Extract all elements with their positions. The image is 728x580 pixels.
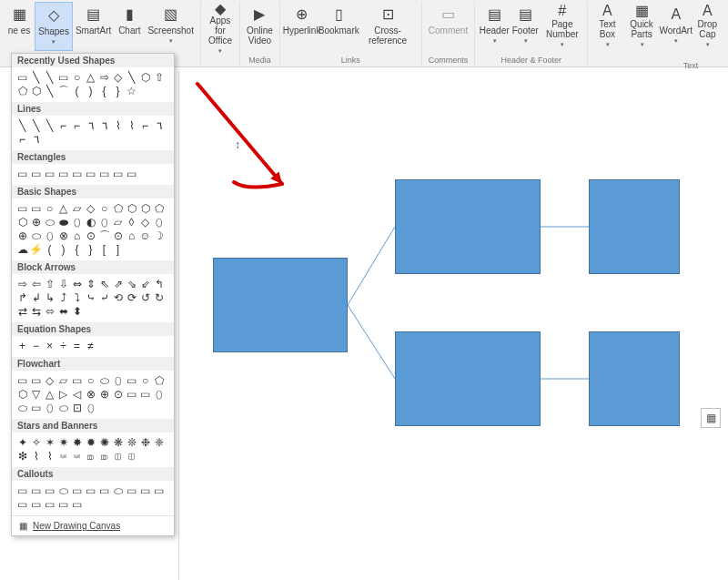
- shape-option[interactable]: =: [70, 339, 84, 352]
- shape-option[interactable]: ⬌: [56, 304, 70, 318]
- shape-option[interactable]: ◐: [84, 215, 97, 229]
- footer-button[interactable]: ▤Footer▾: [510, 2, 541, 51]
- shape-option[interactable]: ↳: [43, 290, 56, 304]
- shape-option[interactable]: ⌐: [56, 118, 70, 132]
- shape-option[interactable]: ⬭: [43, 215, 56, 229]
- shape-option[interactable]: ╲: [43, 84, 56, 97]
- shape-option[interactable]: ▭: [125, 373, 138, 387]
- shape-option[interactable]: ⎃: [70, 449, 84, 463]
- shape-option[interactable]: ⊙: [111, 387, 125, 401]
- online-video-button[interactable]: ▶Online Video: [244, 2, 276, 51]
- shape-option[interactable]: ⬡: [125, 201, 138, 215]
- shape-option[interactable]: ⌇: [29, 449, 43, 463]
- shape-option[interactable]: ⬠: [152, 201, 166, 215]
- shape-option[interactable]: ▭: [125, 387, 138, 401]
- comment-button[interactable]: ▭Comment: [426, 2, 470, 51]
- hyperlink-button[interactable]: ⊕Hyperlink: [284, 2, 319, 51]
- bookmark-button[interactable]: ▯Bookmark: [319, 2, 358, 51]
- shape-option[interactable]: ⇩: [56, 277, 70, 290]
- shape-option[interactable]: ⬯: [43, 401, 56, 414]
- shape-option[interactable]: ▭: [43, 497, 56, 511]
- shape-option[interactable]: ⬭: [15, 401, 29, 414]
- chart-button[interactable]: ▮Chart: [114, 2, 145, 51]
- shape-option[interactable]: ⌇: [125, 118, 138, 132]
- shape-option[interactable]: ⟲: [111, 290, 125, 304]
- shape-option[interactable]: ✷: [56, 435, 70, 449]
- shape-option[interactable]: ○: [84, 373, 97, 387]
- shape-option[interactable]: ٦: [29, 132, 43, 146]
- document-canvas[interactable]: ↕ ▦: [178, 71, 728, 580]
- shape-option[interactable]: △: [43, 387, 56, 401]
- shape-option[interactable]: ✦: [15, 435, 29, 449]
- shape-option[interactable]: ⤴: [56, 290, 70, 304]
- shape-option[interactable]: ▭: [56, 497, 70, 511]
- shape-option[interactable]: ▭: [125, 167, 138, 180]
- shape-option[interactable]: ○: [138, 373, 152, 387]
- shape-option[interactable]: ⊗: [56, 229, 70, 242]
- shape-option[interactable]: ⬡: [138, 201, 152, 215]
- shape-option[interactable]: ▷: [56, 387, 70, 401]
- shape-option[interactable]: ▭: [43, 167, 56, 180]
- shape-option[interactable]: ◇: [84, 201, 97, 215]
- shape-option[interactable]: ▭: [43, 483, 56, 497]
- shape-option[interactable]: ❈: [152, 435, 166, 449]
- shape-option[interactable]: ⇗: [111, 277, 125, 290]
- shape-option[interactable]: ↱: [15, 290, 29, 304]
- shape-option[interactable]: [: [97, 242, 111, 256]
- shape-option[interactable]: ◁: [70, 387, 84, 401]
- shapes-button[interactable]: ◇Shapes▾: [35, 2, 73, 51]
- header-button[interactable]: ▤Header▾: [479, 2, 510, 51]
- shape-option[interactable]: ⬠: [111, 201, 125, 215]
- shape-option[interactable]: ⬯: [70, 215, 84, 229]
- shape-option[interactable]: ⬡: [15, 215, 29, 229]
- shape-option[interactable]: ⬡: [29, 84, 43, 97]
- drop-cap-button[interactable]: ADrop Cap▾: [692, 2, 723, 51]
- shape-option[interactable]: ◇: [111, 70, 125, 84]
- shape-option[interactable]: ╲: [29, 70, 43, 84]
- shape-option[interactable]: ✧: [29, 435, 43, 449]
- connector-line[interactable]: [348, 305, 395, 379]
- shape-option[interactable]: ▱: [111, 215, 125, 229]
- shape-option[interactable]: ○: [70, 70, 84, 84]
- shape-option[interactable]: ↲: [29, 290, 43, 304]
- shape-option[interactable]: ⇙: [138, 277, 152, 290]
- shape-option[interactable]: ○: [43, 201, 56, 215]
- shape-option[interactable]: ⬡: [138, 70, 152, 84]
- shape-option[interactable]: ▭: [15, 483, 29, 497]
- screenshot-button[interactable]: ▧Screenshot▾: [145, 2, 197, 51]
- shape-option[interactable]: ⌒: [97, 229, 111, 242]
- diagram-box[interactable]: [589, 179, 680, 274]
- shape-option[interactable]: ⇔: [70, 277, 84, 290]
- shape-option[interactable]: ÷: [56, 339, 70, 352]
- shape-option[interactable]: ]: [111, 242, 125, 256]
- shape-option[interactable]: ⊕: [15, 229, 29, 242]
- shape-option[interactable]: ×: [43, 339, 56, 352]
- shape-option[interactable]: ⊙: [84, 229, 97, 242]
- shape-option[interactable]: ⬍: [70, 304, 84, 318]
- shape-option[interactable]: ⬯: [97, 215, 111, 229]
- shape-option[interactable]: ⚡: [29, 242, 43, 256]
- shape-option[interactable]: ❊: [125, 435, 138, 449]
- shape-option[interactable]: ▭: [15, 167, 29, 180]
- shape-option[interactable]: ): [56, 242, 70, 256]
- shape-option[interactable]: }: [84, 242, 97, 256]
- shape-option[interactable]: ▭: [29, 201, 43, 215]
- shape-option[interactable]: ⎃: [56, 449, 70, 463]
- shape-option[interactable]: ❇: [15, 449, 29, 463]
- shape-option[interactable]: ⌐: [138, 118, 152, 132]
- shape-option[interactable]: (: [43, 242, 56, 256]
- shape-option[interactable]: ▭: [70, 497, 84, 511]
- shape-option[interactable]: ☁: [15, 242, 29, 256]
- shape-option[interactable]: ⬭: [56, 483, 70, 497]
- online-pictures-button[interactable]: ▦ne es: [4, 2, 35, 51]
- shape-option[interactable]: ≠: [84, 339, 97, 352]
- shape-option[interactable]: ⌇: [43, 449, 56, 463]
- shape-option[interactable]: ▭: [111, 167, 125, 180]
- shape-option[interactable]: ⌂: [70, 229, 84, 242]
- shape-option[interactable]: ▭: [56, 167, 70, 180]
- shape-option[interactable]: ⎄: [84, 449, 97, 463]
- shape-option[interactable]: ▭: [29, 497, 43, 511]
- shape-option[interactable]: ⬭: [111, 483, 125, 497]
- shape-option[interactable]: ▭: [97, 483, 111, 497]
- diagram-box[interactable]: [395, 331, 541, 426]
